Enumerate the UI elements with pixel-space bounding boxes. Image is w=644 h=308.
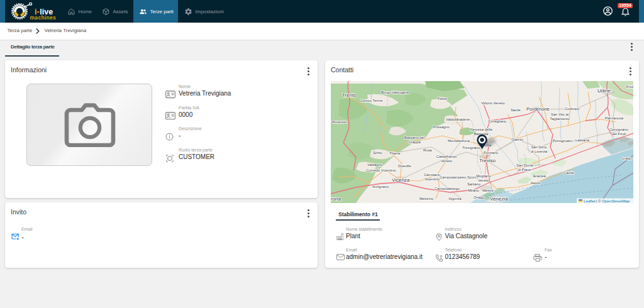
svg-text:Bassano del: Bassano del [404,136,425,140]
svg-text:Leaflet: Leaflet [584,199,596,203]
svg-text:Levico Terme: Levico Terme [361,99,382,102]
svg-text:San Stino: San Stino [531,145,547,149]
svg-text:Arzignano: Arzignano [372,185,389,189]
svg-text:Camposampiero: Camposampiero [440,175,467,179]
svg-text:rona: rona [331,196,341,202]
svg-text:Mirano: Mirano [468,189,479,192]
svg-text:Feltre: Feltre [438,97,447,101]
svg-text:del Friuli: del Friuli [612,132,626,136]
svg-text:Vigonza: Vigonza [448,197,462,201]
svg-text:Cornedo Vicentino: Cornedo Vicentino [366,168,396,172]
svg-text:Ponzano: Ponzano [484,151,498,155]
svg-text:di Piave: di Piave [518,168,531,172]
svg-text:San Donà: San Donà [516,163,533,167]
svg-text:Trevignano: Trevignano [462,146,480,150]
svg-text:Venezia: Venezia [490,196,508,202]
svg-text:Veneto: Veneto [478,179,489,182]
svg-text:Valdagno: Valdagno [367,163,382,167]
svg-text:Treviso: Treviso [479,158,496,163]
svg-text:Veneto: Veneto [441,159,452,163]
svg-text:Mestrino: Mestrino [419,197,433,201]
svg-text:Possagno: Possagno [433,125,450,129]
svg-text:Latisana: Latisana [575,138,590,142]
svg-text:Conegliano: Conegliano [488,119,506,123]
svg-text:Campodarsego: Campodarsego [435,187,460,190]
svg-text:Mestre: Mestre [482,189,494,192]
svg-text:Schio: Schio [373,151,382,155]
svg-text:Dueville: Dueville [398,164,411,168]
svg-text:Eraclea: Eraclea [533,174,546,178]
svg-text:Vittorio Veneto: Vittorio Veneto [481,101,505,105]
svg-text:Vicentino: Vicentino [425,177,440,181]
svg-text:Montebelluna: Montebelluna [448,139,470,143]
svg-text:Grado: Grado [621,157,631,160]
svg-text:San Vito al: San Vito al [551,113,569,116]
svg-text:Cervignano: Cervignano [609,128,628,131]
svg-text:Caorle: Caorle [564,171,574,175]
svg-text:Valdobbiadene: Valdobbiadene [446,118,470,121]
svg-text:Friuli: Friuli [626,85,633,89]
svg-text:di Livenza: di Livenza [531,150,548,153]
svg-text:Mogliano: Mogliano [476,174,491,178]
svg-text:Rosà: Rosà [423,148,432,152]
svg-text:machines: machines [30,14,57,21]
svg-text:Rovereto: Rovereto [332,120,347,124]
svg-text:Tagliamento: Tagliamento [550,117,569,121]
svg-text:Palmanova: Palmanova [605,116,624,120]
svg-text:Trento: Trento [342,92,357,98]
svg-text:Pordenone: Pordenone [526,106,550,112]
svg-text:Oderzo: Oderzo [511,138,523,141]
svg-text:Portogruaro: Portogruaro [553,139,572,143]
svg-text:OpenStreetMap: OpenStreetMap [602,199,630,203]
svg-text:Sacile: Sacile [511,108,521,112]
svg-text:Castelfranco: Castelfranco [436,155,457,158]
svg-text:Grappa: Grappa [408,140,421,144]
svg-text:Udine: Udine [597,88,611,94]
svg-text:Salzano: Salzano [467,182,480,186]
svg-text:Nervesa della: Nervesa della [470,128,492,131]
svg-text:Jesolo: Jesolo [530,181,541,185]
svg-text:Thiene: Thiene [389,151,401,155]
svg-text:Vicenza: Vicenza [392,177,410,183]
svg-text:Camisano: Camisano [424,173,440,177]
svg-text:Oriago: Oriago [474,195,484,199]
svg-text:Codroipo: Codroipo [565,107,580,111]
svg-text:Borgo Valsugana: Borgo Valsugana [381,91,409,94]
svg-text:| ©: | © [596,199,601,203]
